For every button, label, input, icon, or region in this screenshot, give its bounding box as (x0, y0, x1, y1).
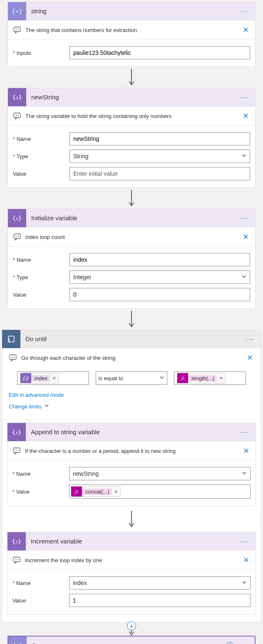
action-card-compose: {∘} Compose ? ··· Output the value of th… (7, 636, 256, 644)
chevron-down-icon (242, 580, 247, 586)
name-field[interactable] (69, 253, 250, 266)
card-title: newString (26, 93, 238, 101)
comment-icon (9, 354, 17, 362)
card-header[interactable]: newString ··· (8, 88, 255, 106)
data-operation-icon: {∘} (8, 637, 27, 644)
type-select[interactable]: Integer (69, 270, 250, 284)
variable-icon (8, 88, 26, 106)
more-menu-icon[interactable]: ··· (238, 92, 250, 103)
comment-row: Increment the loop index by one × (7, 551, 256, 570)
variable-icon (8, 209, 26, 227)
change-limits-link[interactable]: Change limits (9, 403, 49, 410)
name-select[interactable]: newString (69, 467, 251, 480)
type-label: * Type (13, 153, 69, 160)
type-select[interactable]: String (69, 150, 250, 163)
comment-row: index loop count × (8, 227, 255, 247)
control-card-do-until: Do until ··· Go through each character o… (2, 329, 261, 622)
action-card-append: Append to string variable ··· If the cha… (7, 423, 256, 506)
value-label: * Value (12, 489, 69, 495)
card-header[interactable]: {∘} Compose ? ··· (8, 637, 255, 644)
close-icon[interactable]: × (241, 231, 250, 242)
name-label: * Name (13, 136, 69, 142)
comment-text[interactable]: If the character is a number or a period… (25, 448, 242, 454)
more-menu-icon[interactable]: ··· (238, 6, 250, 17)
chevron-down-icon (241, 153, 246, 160)
value-field[interactable] (69, 167, 250, 180)
condition-row: {𝑥} index × is equal to 𝑓ₓ length(...) × (2, 366, 261, 388)
edit-advanced-link[interactable]: Edit in advanced mode (9, 392, 64, 398)
name-label: * Name (13, 257, 69, 263)
inputs-label: * Inputs (13, 50, 69, 56)
condition-left[interactable]: {𝑥} index × (17, 371, 89, 385)
comment-icon (12, 556, 21, 564)
chevron-down-icon (241, 274, 246, 280)
comment-icon (13, 26, 21, 34)
more-menu-icon[interactable]: ··· (238, 427, 251, 438)
inputs-field[interactable] (69, 46, 250, 59)
close-icon[interactable]: × (242, 445, 251, 456)
close-icon[interactable]: × (241, 25, 250, 35)
card-header[interactable]: Increment variable ··· (7, 532, 256, 551)
value-label: Value (13, 171, 69, 177)
arrow-connector (0, 67, 263, 88)
card-title: Compose (27, 642, 226, 644)
card-header[interactable]: Append to string variable ··· (7, 423, 256, 441)
variable-icon (7, 423, 26, 441)
card-title: Append to string variable (26, 428, 238, 435)
card-title: Do until (20, 335, 244, 342)
value-label: Value (13, 292, 69, 298)
action-card-initialize-variable: Initialize variable ··· index loop count… (7, 209, 256, 309)
variable-icon: {𝑥} (20, 373, 31, 383)
help-icon[interactable]: ? (226, 642, 233, 644)
condition-right[interactable]: 𝑓ₓ length(...) × (174, 371, 246, 385)
condition-operator-select[interactable]: is equal to (96, 371, 168, 385)
card-title: Initialize variable (26, 214, 238, 221)
action-card-string: {∘} string ··· The string that contains … (7, 2, 256, 67)
fx-icon: 𝑓ₓ (177, 373, 188, 383)
arrow-connector (0, 188, 263, 209)
value-field[interactable]: 𝑓ₓ concat(...) × (69, 484, 251, 499)
loop-icon (2, 330, 20, 348)
comment-text[interactable]: The string variable to hold the string c… (25, 113, 241, 119)
more-menu-icon[interactable]: ··· (238, 536, 251, 547)
svg-text:{∘}: {∘} (13, 642, 22, 644)
variable-token[interactable]: {𝑥} index × (20, 373, 59, 383)
expression-token[interactable]: 𝑓ₓ concat(...) × (71, 486, 121, 497)
variable-icon (7, 532, 26, 551)
name-label: * Name (12, 471, 69, 477)
chevron-down-icon (44, 403, 49, 410)
close-icon[interactable]: × (242, 555, 251, 565)
comment-text[interactable]: The string that contains numbers for ext… (25, 27, 241, 33)
value-field[interactable] (69, 288, 250, 301)
card-title: Increment variable (26, 538, 238, 545)
comment-row: The string variable to hold the string c… (8, 106, 255, 126)
comment-icon (12, 447, 21, 455)
action-card-newstring: newString ··· The string variable to hol… (7, 88, 256, 188)
comment-text[interactable]: Go through each character of the string (21, 355, 246, 361)
card-header[interactable]: {∘} string ··· (8, 2, 255, 20)
remove-token-icon[interactable]: × (50, 375, 58, 381)
remove-token-icon[interactable]: × (112, 488, 120, 495)
comment-row: The string that contains numbers for ext… (8, 20, 255, 40)
comment-text[interactable]: Increment the loop index by one (25, 557, 242, 563)
type-label: * Type (13, 274, 69, 280)
remove-token-icon[interactable]: × (217, 375, 225, 381)
card-header[interactable]: Do until ··· (2, 330, 261, 348)
expression-token[interactable]: 𝑓ₓ length(...) × (177, 373, 226, 383)
comment-row: Go through each character of the string … (2, 348, 261, 366)
name-select[interactable]: index (69, 576, 251, 590)
name-field[interactable] (69, 132, 250, 145)
add-step-button[interactable]: + (127, 621, 136, 630)
close-icon[interactable]: × (241, 111, 250, 121)
card-header[interactable]: Initialize variable ··· (8, 209, 255, 227)
arrow-connector (2, 509, 261, 529)
comment-icon (13, 112, 21, 120)
arrow-connector (0, 309, 263, 329)
more-menu-icon[interactable]: ··· (244, 334, 256, 344)
value-field[interactable] (69, 594, 251, 607)
close-icon[interactable]: × (246, 352, 254, 363)
more-menu-icon[interactable]: ··· (238, 213, 250, 224)
fx-icon: 𝑓ₓ (71, 486, 82, 497)
more-menu-icon[interactable]: ··· (238, 640, 250, 644)
comment-text[interactable]: index loop count (25, 234, 241, 240)
